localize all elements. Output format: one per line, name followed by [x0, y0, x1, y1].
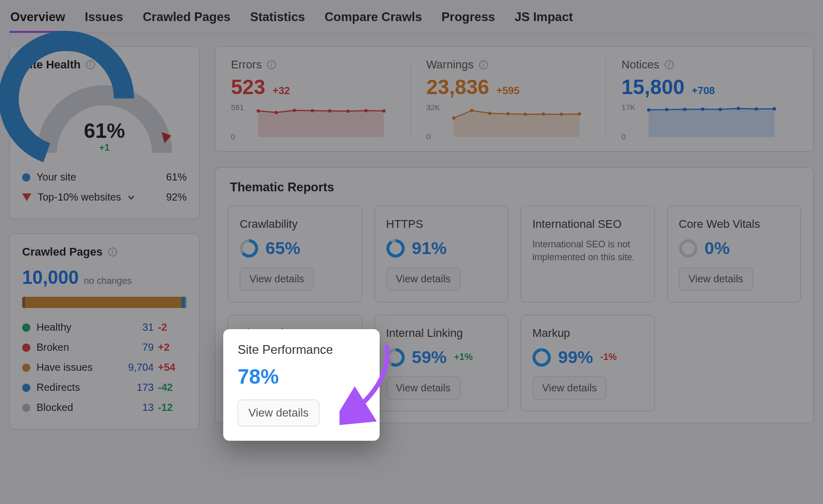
dim-overlay: [0, 0, 823, 504]
view-details-button[interactable]: View details: [238, 400, 319, 426]
spotlight-pct: 78%: [238, 365, 279, 388]
spotlight-title: Site Performance: [238, 343, 365, 357]
spotlight-site-performance: Site Performance 78% View details: [223, 329, 380, 441]
